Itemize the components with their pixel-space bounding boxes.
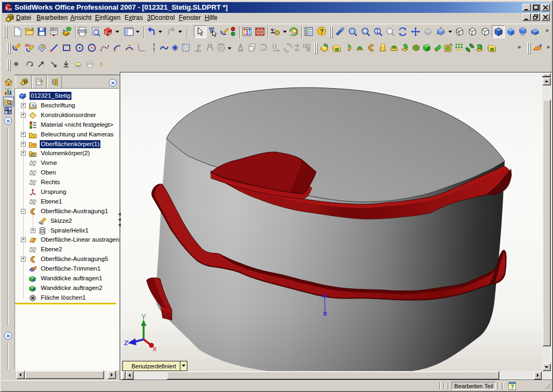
- svg-text:W: W: [9, 8, 12, 11]
- svg-text:S: S: [5, 6, 8, 10]
